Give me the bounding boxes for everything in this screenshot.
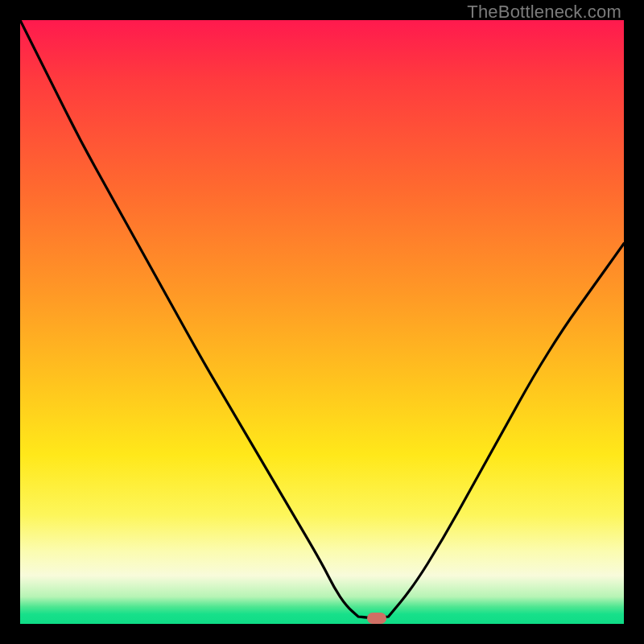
bottleneck-curve	[20, 20, 624, 624]
chart-frame: TheBottleneck.com	[0, 0, 644, 644]
bottleneck-curve-path	[20, 20, 624, 618]
plot-area	[20, 20, 624, 624]
optimal-marker	[367, 613, 386, 624]
